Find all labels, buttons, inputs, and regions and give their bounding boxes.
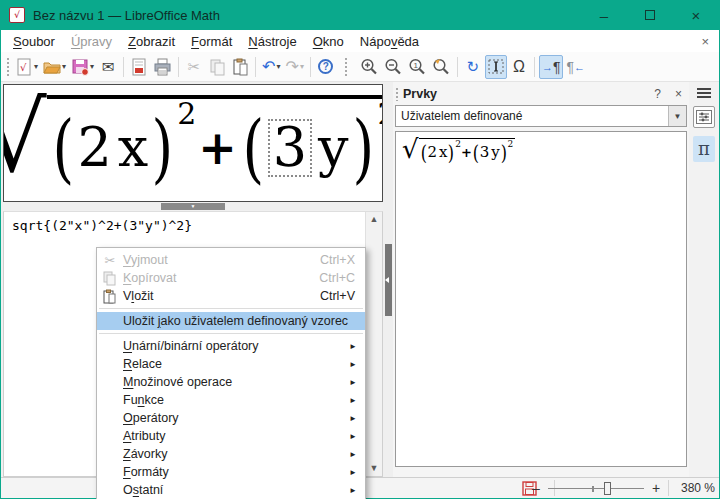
paste-icon bbox=[103, 289, 117, 304]
zoom-out-button[interactable] bbox=[382, 55, 405, 79]
zoom-in-button[interactable] bbox=[358, 55, 381, 79]
context-menu-item-funkce[interactable]: Funkce ► bbox=[97, 391, 365, 409]
menu-napoveda[interactable]: Nápověda bbox=[352, 32, 427, 51]
panel-help-button[interactable]: ? bbox=[649, 87, 666, 101]
formula-markup-text[interactable]: sqrt{(2"x")^2+(3"y")^2} bbox=[4, 212, 382, 239]
plus-operator: + bbox=[198, 121, 237, 175]
zoom-100-button[interactable]: 1 bbox=[406, 55, 429, 79]
symbols-button[interactable]: Ω bbox=[508, 55, 530, 79]
undo-dropdown-icon[interactable]: ▾ bbox=[276, 62, 280, 71]
zoom-slider[interactable] bbox=[548, 482, 644, 495]
zoom-out-icon bbox=[384, 58, 403, 76]
right-to-left-toggle[interactable]: ¶← bbox=[564, 55, 587, 79]
menu-okno[interactable]: Okno bbox=[305, 32, 352, 51]
sidebar-splitter[interactable] bbox=[383, 82, 393, 477]
maximize-button[interactable] bbox=[627, 0, 673, 30]
context-menu-item-formaty[interactable]: Formáty ► bbox=[97, 463, 365, 481]
menu-zobrazit[interactable]: Zobrazit bbox=[120, 32, 183, 51]
redo-icon: ↷ bbox=[285, 59, 298, 75]
menu-nastroje[interactable]: Nástroje bbox=[240, 32, 304, 51]
panel-grip[interactable] bbox=[395, 87, 399, 101]
chevron-down-icon[interactable]: ▼ bbox=[668, 106, 686, 126]
new-formula-button[interactable]: √ ▾ bbox=[14, 55, 40, 79]
command-scrollbar[interactable]: ▲ ▼ bbox=[365, 212, 382, 476]
new-dropdown-icon[interactable]: ▾ bbox=[34, 62, 38, 71]
shortcut-label: Ctrl+X bbox=[320, 253, 365, 267]
menu-format[interactable]: Formát bbox=[183, 32, 240, 51]
splitter-handle[interactable]: ▼ bbox=[161, 203, 225, 210]
zoom-all-button[interactable] bbox=[430, 55, 453, 79]
sidebar-menu-icon[interactable] bbox=[697, 88, 711, 98]
print-button[interactable] bbox=[151, 55, 174, 79]
menu-separator bbox=[99, 333, 363, 334]
cut-icon: ✂ bbox=[105, 253, 116, 268]
submenu-arrow-icon: ► bbox=[349, 486, 365, 495]
context-menu-item-relace[interactable]: Relace ► bbox=[97, 355, 365, 373]
paren: ) bbox=[448, 144, 454, 162]
context-menu-item-kopirovat: Kopírovat Ctrl+C bbox=[97, 269, 365, 287]
panel-close-button[interactable]: × bbox=[670, 87, 687, 101]
sidebar-collapse-handle[interactable] bbox=[385, 244, 392, 316]
context-menu-item-operatory[interactable]: Operátory ► bbox=[97, 409, 365, 427]
left-to-right-toggle[interactable]: →¶ bbox=[539, 55, 564, 79]
close-document-button[interactable]: × bbox=[695, 34, 715, 49]
save-dropdown-icon[interactable]: ▾ bbox=[90, 62, 94, 71]
copy-icon bbox=[209, 58, 226, 76]
export-pdf-button[interactable] bbox=[128, 55, 150, 79]
maximize-icon bbox=[645, 10, 655, 20]
splitter-down-icon: ▼ bbox=[191, 204, 196, 209]
help-button[interactable]: ? bbox=[315, 55, 337, 79]
zoom-in-control[interactable]: + bbox=[650, 480, 662, 496]
user-defined-formulas-list[interactable]: √ (2x)2+(3y)2 bbox=[395, 131, 687, 467]
toolbar-grip[interactable] bbox=[6, 57, 10, 77]
tab-properties[interactable] bbox=[693, 106, 715, 128]
horizontal-splitter[interactable]: ▼ bbox=[3, 202, 383, 211]
context-menu-item-unarni-binarni[interactable]: Unární/binární operátory ► bbox=[97, 337, 365, 355]
toolbar-grip-2[interactable] bbox=[344, 57, 348, 77]
open-button[interactable]: ▾ bbox=[41, 55, 68, 79]
cut-icon: ✂ bbox=[188, 58, 201, 76]
context-menu-item-mnozinove-operace[interactable]: Množinové operace ► bbox=[97, 373, 365, 391]
menu-soubor[interactable]: Soubor bbox=[5, 32, 63, 51]
pilcrow-ltr-icon: ¶ bbox=[553, 60, 561, 74]
scroll-up-icon[interactable]: ▲ bbox=[370, 215, 379, 224]
open-paren-2: ( bbox=[242, 115, 264, 182]
exponent: 2 bbox=[177, 99, 196, 129]
paste-button[interactable] bbox=[229, 55, 251, 79]
update-icon: ↻ bbox=[467, 59, 480, 74]
context-menu-item-ostatni[interactable]: Ostatní ► bbox=[97, 481, 365, 499]
paste-icon bbox=[232, 58, 249, 76]
undo-button[interactable]: ↶▾ bbox=[260, 55, 282, 79]
formula-cursor-icon bbox=[488, 59, 504, 74]
minimize-button[interactable]: – bbox=[581, 0, 627, 30]
context-menu-item-vlozit[interactable]: Vložit Ctrl+V bbox=[97, 287, 365, 305]
email-icon: ✉ bbox=[102, 59, 115, 74]
elements-panel-header: Prvky ? × bbox=[395, 82, 687, 105]
zoom-level-value[interactable]: 380 % bbox=[675, 481, 715, 495]
category-dropdown[interactable]: Uživatelem definované ▼ bbox=[395, 105, 687, 127]
zoom-slider-thumb[interactable] bbox=[604, 482, 611, 495]
ltr-arrow-icon: → bbox=[542, 61, 553, 73]
scroll-down-icon[interactable]: ▼ bbox=[370, 464, 379, 473]
panel-title: Prvky bbox=[403, 87, 437, 101]
close-button[interactable]: × bbox=[673, 0, 719, 30]
menu-upravy: Úpravy bbox=[63, 32, 120, 51]
tab-elements[interactable]: π bbox=[693, 136, 715, 162]
context-menu-item-atributy[interactable]: Atributy ► bbox=[97, 427, 365, 445]
context-menu-item-zavorky[interactable]: Závorky ► bbox=[97, 445, 365, 463]
formula-preview[interactable]: √ (2x)2+(3y)2 bbox=[3, 84, 383, 202]
zoom-out-control[interactable]: – bbox=[530, 480, 542, 496]
coef-2: 2 bbox=[78, 121, 112, 175]
formula-cursor-toggle[interactable] bbox=[485, 55, 507, 79]
open-dropdown-icon[interactable]: ▾ bbox=[62, 62, 66, 71]
cut-button: ✂ bbox=[183, 55, 205, 79]
save-button[interactable]: ▾ bbox=[69, 55, 96, 79]
pi-icon: π bbox=[698, 140, 710, 158]
redo-dropdown-icon: ▾ bbox=[300, 62, 304, 71]
update-button[interactable]: ↻ bbox=[462, 55, 484, 79]
var-y: y bbox=[318, 121, 349, 175]
toolbar: √ ▾ ▾ ▾ ✉ ✂ ↶▾ ↷▾ ? bbox=[1, 52, 719, 82]
saved-formula-item[interactable]: √ (2x)2+(3y)2 bbox=[402, 138, 515, 164]
context-menu-item-ulozit-vzorec[interactable]: Uložit jako uživatelem definovaný vzorec bbox=[97, 312, 365, 330]
send-email-button[interactable]: ✉ bbox=[97, 55, 119, 79]
